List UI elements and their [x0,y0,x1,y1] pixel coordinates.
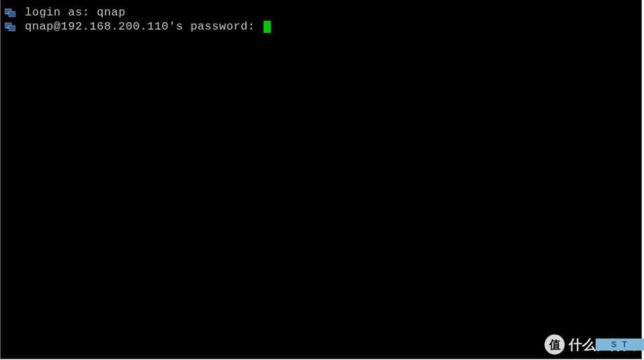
watermark-secondary-text: ST [611,340,632,349]
svg-rect-4 [9,26,15,31]
terminal-line: qnap@192.168.200.110's password: [1,19,641,34]
putty-icon [5,7,15,18]
watermark-secondary: ST [596,339,644,351]
password-prompt-label: qnap@192.168.200.110's password: [25,20,262,33]
terminal-cursor[interactable] [264,21,271,33]
terminal-line: login as: qnap [1,5,641,19]
svg-rect-1 [9,11,15,17]
watermark-badge-char: 值 [549,337,561,353]
username-value: qnap [97,6,126,19]
login-prompt-label: login as: [25,6,97,19]
terminal-window[interactable]: login as: qnap qnap@192.168.200.110's pa… [0,0,642,359]
putty-icon [5,21,15,32]
watermark-badge: 值 [545,334,565,355]
